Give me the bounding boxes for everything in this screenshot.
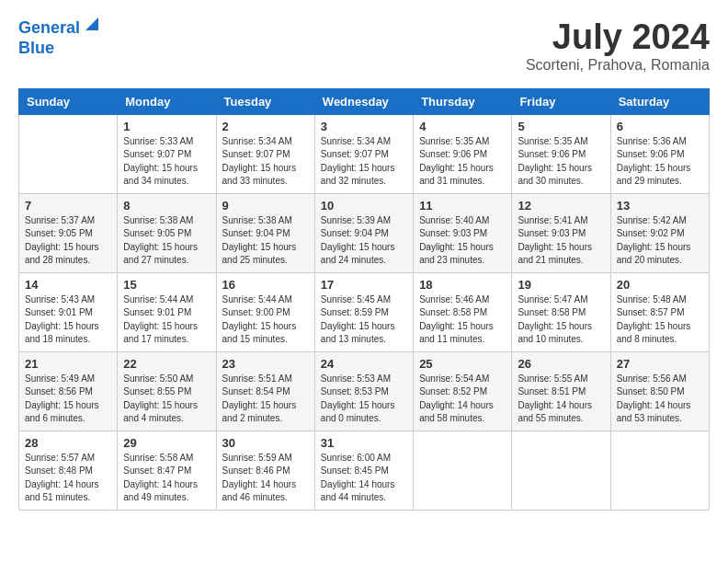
calendar-cell: 12Sunrise: 5:41 AMSunset: 9:03 PMDayligh… xyxy=(512,193,610,272)
day-number: 25 xyxy=(419,357,506,371)
calendar-cell: 10Sunrise: 5:39 AMSunset: 9:04 PMDayligh… xyxy=(314,193,413,272)
day-number: 12 xyxy=(518,199,604,213)
day-info: Sunrise: 6:00 AMSunset: 8:45 PMDaylight:… xyxy=(321,452,407,505)
day-number: 5 xyxy=(518,120,604,133)
day-number: 11 xyxy=(419,199,506,213)
calendar-week-row: 1Sunrise: 5:33 AMSunset: 9:07 PMDaylight… xyxy=(19,114,710,193)
day-number: 8 xyxy=(123,199,210,213)
day-info: Sunrise: 5:54 AMSunset: 8:52 PMDaylight:… xyxy=(419,373,506,426)
calendar-cell: 20Sunrise: 5:48 AMSunset: 8:57 PMDayligh… xyxy=(610,272,709,351)
calendar-table: SundayMondayTuesdayWednesdayThursdayFrid… xyxy=(18,88,710,511)
calendar-week-row: 7Sunrise: 5:37 AMSunset: 9:05 PMDaylight… xyxy=(19,193,710,272)
calendar-cell: 28Sunrise: 5:57 AMSunset: 8:48 PMDayligh… xyxy=(19,431,118,510)
day-number: 4 xyxy=(419,120,506,133)
weekday-header: Tuesday xyxy=(216,88,314,114)
day-number: 26 xyxy=(518,357,604,371)
calendar-cell: 3Sunrise: 5:34 AMSunset: 9:07 PMDaylight… xyxy=(314,114,413,193)
logo-icon xyxy=(82,17,98,34)
day-number: 19 xyxy=(518,278,604,292)
day-info: Sunrise: 5:37 AMSunset: 9:05 PMDaylight:… xyxy=(25,214,111,268)
day-number: 10 xyxy=(321,199,407,213)
calendar-cell xyxy=(512,431,610,510)
weekday-header: Thursday xyxy=(414,88,512,114)
weekday-header: Wednesday xyxy=(314,88,413,114)
day-number: 17 xyxy=(321,278,407,292)
calendar-cell: 11Sunrise: 5:40 AMSunset: 9:03 PMDayligh… xyxy=(414,193,512,272)
day-info: Sunrise: 5:35 AMSunset: 9:06 PMDaylight:… xyxy=(518,135,604,189)
day-info: Sunrise: 5:47 AMSunset: 8:58 PMDaylight:… xyxy=(518,293,604,347)
day-info: Sunrise: 5:41 AMSunset: 9:03 PMDaylight:… xyxy=(518,214,604,268)
calendar-cell xyxy=(19,114,118,193)
calendar-cell: 23Sunrise: 5:51 AMSunset: 8:54 PMDayligh… xyxy=(216,351,314,431)
page-header: General Blue July 2024 Scorteni, Prahova… xyxy=(18,18,710,74)
day-number: 13 xyxy=(617,199,703,213)
day-number: 28 xyxy=(25,436,111,450)
day-info: Sunrise: 5:33 AMSunset: 9:07 PMDaylight:… xyxy=(123,135,210,189)
calendar-cell: 17Sunrise: 5:45 AMSunset: 8:59 PMDayligh… xyxy=(314,272,413,351)
day-number: 7 xyxy=(25,199,111,213)
svg-marker-0 xyxy=(85,17,98,30)
weekday-header: Friday xyxy=(512,88,610,114)
calendar-cell: 5Sunrise: 5:35 AMSunset: 9:06 PMDaylight… xyxy=(512,114,610,193)
day-info: Sunrise: 5:46 AMSunset: 8:58 PMDaylight:… xyxy=(419,293,506,347)
day-info: Sunrise: 5:49 AMSunset: 8:56 PMDaylight:… xyxy=(25,373,111,426)
day-info: Sunrise: 5:55 AMSunset: 8:51 PMDaylight:… xyxy=(518,373,604,426)
calendar-cell: 8Sunrise: 5:38 AMSunset: 9:05 PMDaylight… xyxy=(118,193,216,272)
day-number: 15 xyxy=(123,278,210,292)
day-number: 29 xyxy=(123,436,210,450)
day-number: 20 xyxy=(617,278,703,292)
calendar-cell: 26Sunrise: 5:55 AMSunset: 8:51 PMDayligh… xyxy=(512,351,610,431)
weekday-header: Saturday xyxy=(610,88,709,114)
calendar-week-row: 28Sunrise: 5:57 AMSunset: 8:48 PMDayligh… xyxy=(19,431,710,510)
day-info: Sunrise: 5:51 AMSunset: 8:54 PMDaylight:… xyxy=(222,373,309,426)
day-number: 14 xyxy=(25,278,111,292)
day-number: 2 xyxy=(222,120,309,133)
calendar-cell: 15Sunrise: 5:44 AMSunset: 9:01 PMDayligh… xyxy=(118,272,216,351)
calendar-cell: 18Sunrise: 5:46 AMSunset: 8:58 PMDayligh… xyxy=(414,272,512,351)
calendar-cell: 6Sunrise: 5:36 AMSunset: 9:06 PMDaylight… xyxy=(610,114,709,193)
day-number: 1 xyxy=(123,120,210,133)
day-number: 24 xyxy=(321,357,407,371)
day-info: Sunrise: 5:43 AMSunset: 9:01 PMDaylight:… xyxy=(25,293,111,347)
calendar-week-row: 21Sunrise: 5:49 AMSunset: 8:56 PMDayligh… xyxy=(19,351,710,431)
calendar-cell: 9Sunrise: 5:38 AMSunset: 9:04 PMDaylight… xyxy=(216,193,314,272)
logo-blue: Blue xyxy=(18,39,98,59)
day-info: Sunrise: 5:44 AMSunset: 9:00 PMDaylight:… xyxy=(222,293,309,347)
day-number: 16 xyxy=(222,278,309,292)
day-info: Sunrise: 5:58 AMSunset: 8:47 PMDaylight:… xyxy=(123,452,210,505)
weekday-header: Monday xyxy=(118,88,216,114)
calendar-cell: 29Sunrise: 5:58 AMSunset: 8:47 PMDayligh… xyxy=(118,431,216,510)
logo: General Blue xyxy=(18,18,98,58)
calendar-week-row: 14Sunrise: 5:43 AMSunset: 9:01 PMDayligh… xyxy=(19,272,710,351)
day-number: 18 xyxy=(419,278,506,292)
day-info: Sunrise: 5:45 AMSunset: 8:59 PMDaylight:… xyxy=(321,293,407,347)
day-number: 30 xyxy=(222,436,309,450)
calendar-cell: 22Sunrise: 5:50 AMSunset: 8:55 PMDayligh… xyxy=(118,351,216,431)
calendar-header-row: SundayMondayTuesdayWednesdayThursdayFrid… xyxy=(19,88,710,114)
calendar-cell: 1Sunrise: 5:33 AMSunset: 9:07 PMDaylight… xyxy=(118,114,216,193)
calendar-cell: 16Sunrise: 5:44 AMSunset: 9:00 PMDayligh… xyxy=(216,272,314,351)
calendar-cell: 4Sunrise: 5:35 AMSunset: 9:06 PMDaylight… xyxy=(414,114,512,193)
calendar-cell: 30Sunrise: 5:59 AMSunset: 8:46 PMDayligh… xyxy=(216,431,314,510)
day-info: Sunrise: 5:56 AMSunset: 8:50 PMDaylight:… xyxy=(617,373,703,426)
day-number: 3 xyxy=(321,120,407,133)
day-info: Sunrise: 5:38 AMSunset: 9:04 PMDaylight:… xyxy=(222,214,309,268)
calendar-cell: 13Sunrise: 5:42 AMSunset: 9:02 PMDayligh… xyxy=(610,193,709,272)
day-info: Sunrise: 5:39 AMSunset: 9:04 PMDaylight:… xyxy=(321,214,407,268)
day-info: Sunrise: 5:36 AMSunset: 9:06 PMDaylight:… xyxy=(617,135,703,189)
day-number: 23 xyxy=(222,357,309,371)
day-info: Sunrise: 5:44 AMSunset: 9:01 PMDaylight:… xyxy=(123,293,210,347)
calendar-cell: 7Sunrise: 5:37 AMSunset: 9:05 PMDaylight… xyxy=(19,193,118,272)
day-number: 9 xyxy=(222,199,309,213)
day-info: Sunrise: 5:48 AMSunset: 8:57 PMDaylight:… xyxy=(617,293,703,347)
day-info: Sunrise: 5:34 AMSunset: 9:07 PMDaylight:… xyxy=(222,135,309,189)
day-number: 31 xyxy=(321,436,407,450)
calendar-cell: 2Sunrise: 5:34 AMSunset: 9:07 PMDaylight… xyxy=(216,114,314,193)
calendar-cell: 19Sunrise: 5:47 AMSunset: 8:58 PMDayligh… xyxy=(512,272,610,351)
calendar-cell: 25Sunrise: 5:54 AMSunset: 8:52 PMDayligh… xyxy=(414,351,512,431)
day-number: 21 xyxy=(25,357,111,371)
day-info: Sunrise: 5:42 AMSunset: 9:02 PMDaylight:… xyxy=(617,214,703,268)
day-info: Sunrise: 5:59 AMSunset: 8:46 PMDaylight:… xyxy=(222,452,309,505)
calendar-cell xyxy=(414,431,512,510)
subtitle: Scorteni, Prahova, Romania xyxy=(526,57,710,74)
